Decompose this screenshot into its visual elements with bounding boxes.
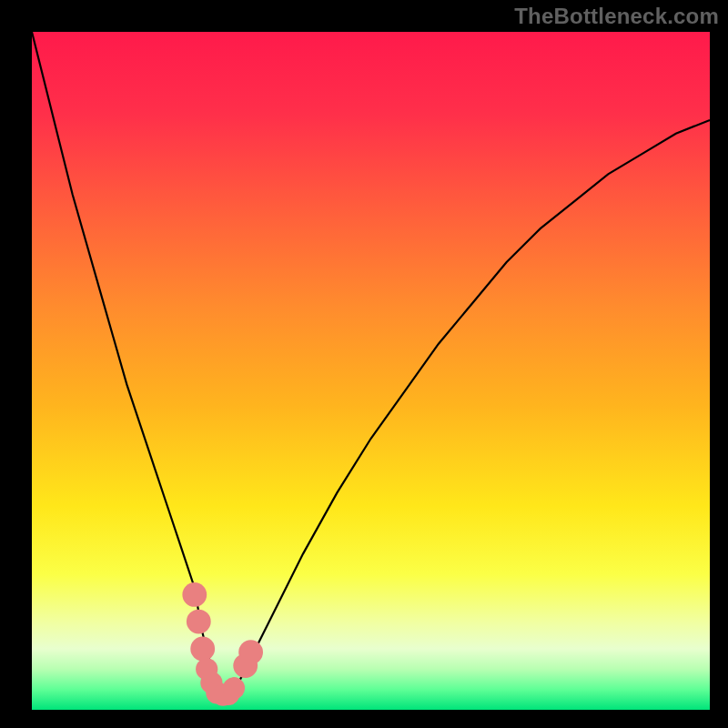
data-marker <box>223 677 245 699</box>
chart-frame: TheBottleneck.com <box>0 0 728 728</box>
watermark-label: TheBottleneck.com <box>514 4 719 29</box>
data-marker <box>238 640 263 664</box>
data-marker <box>187 610 211 634</box>
data-marker <box>182 582 207 607</box>
bottleneck-chart <box>0 0 728 728</box>
plot-background <box>32 32 710 710</box>
data-marker <box>190 637 215 662</box>
